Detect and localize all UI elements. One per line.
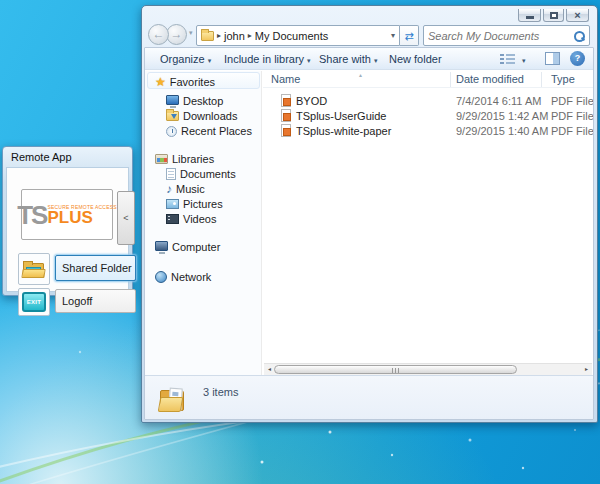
include-in-library-label: Include in library (224, 53, 304, 65)
folder-front (21, 269, 45, 278)
shared-folder-icon-button[interactable] (18, 253, 50, 285)
column-header-row: ▲ Name Date modified Type (263, 71, 593, 88)
new-folder-button[interactable]: New folder (389, 48, 442, 70)
shared-folder-button[interactable]: Shared Folder (55, 255, 136, 281)
search-icon[interactable] (573, 30, 585, 42)
sidebar-item-downloads[interactable]: Downloads (145, 108, 262, 124)
file-name: TSplus-white-paper (296, 125, 391, 137)
explorer-main: ★ Favorites Desktop Downloads Recent Pla… (145, 71, 593, 375)
exit-icon: EXIT (22, 292, 46, 312)
horizontal-scrollbar[interactable]: ◂ ▸ (264, 363, 592, 375)
address-dropdown-icon[interactable]: ▾ (391, 31, 395, 40)
file-date-modified: 7/4/2014 6:11 AM (456, 95, 541, 107)
column-separator[interactable] (541, 72, 542, 87)
window-controls: × (518, 9, 589, 22)
include-in-library-menu[interactable]: Include in library▾ (224, 48, 311, 70)
tsplus-logo-plus: PLUS (47, 210, 116, 225)
navigation-pane: ★ Favorites Desktop Downloads Recent Pla… (145, 71, 262, 375)
logoff-button[interactable]: Logoff (55, 289, 136, 313)
sidebar-item-label: Computer (172, 241, 220, 253)
new-folder-label: New folder (389, 53, 442, 65)
sidebar-item-network[interactable]: Network (145, 269, 262, 285)
folder-preview-icon (159, 382, 191, 414)
videos-icon (166, 214, 179, 224)
refresh-button[interactable]: ⇄ (400, 25, 419, 46)
chevron-down-icon: ▾ (522, 57, 526, 64)
search-box (423, 25, 590, 46)
file-row[interactable]: TSplus-white-paper 9/29/2015 1:40 AM PDF… (263, 123, 589, 138)
forward-button[interactable]: → (166, 24, 187, 45)
minimize-button[interactable] (518, 9, 541, 22)
maximize-button[interactable] (543, 9, 564, 22)
sidebar-item-music[interactable]: ♪ Music (145, 181, 262, 197)
back-icon: ← (153, 27, 165, 41)
explorer-client-area: Organize▾ Include in library▾ Share with… (144, 47, 594, 420)
chevron-down-icon: ▾ (307, 57, 311, 64)
sidebar-item-pictures[interactable]: Pictures (145, 196, 262, 212)
breadcrumb-separator-icon[interactable]: ▸ (248, 31, 252, 40)
back-button[interactable]: ← (148, 24, 169, 45)
close-button[interactable]: × (566, 9, 589, 22)
pdf-file-icon (281, 94, 291, 107)
sidebar-item-label: Network (171, 271, 211, 283)
share-with-menu[interactable]: Share with▾ (319, 48, 378, 70)
desktop-icon (166, 95, 179, 105)
remote-app-titlebar[interactable] (3, 147, 132, 166)
star-icon: ★ (155, 76, 166, 88)
help-button[interactable]: ? (570, 51, 585, 66)
sidebar-item-desktop[interactable]: Desktop (145, 93, 262, 109)
collapse-panel-button[interactable]: < (117, 191, 135, 245)
sidebar-item-label: Libraries (172, 153, 214, 165)
computer-icon (155, 241, 168, 251)
tsplus-logo-ts: TS (17, 203, 46, 227)
sidebar-item-label: Music (176, 183, 205, 195)
column-header-date-modified[interactable]: Date modified (456, 71, 524, 88)
refresh-icon: ⇄ (404, 30, 413, 42)
file-name: BYOD (296, 95, 327, 107)
search-input[interactable] (428, 30, 573, 42)
column-header-type[interactable]: Type (551, 71, 575, 88)
column-header-name[interactable]: Name (271, 71, 300, 88)
sidebar-item-libraries[interactable]: Libraries (145, 151, 262, 167)
column-separator[interactable] (450, 72, 451, 87)
sort-ascending-icon: ▲ (358, 72, 363, 78)
recent-pages-dropdown[interactable]: ▾ (189, 29, 193, 37)
breadcrumb-separator-icon[interactable]: ▸ (217, 31, 221, 40)
file-row[interactable]: BYOD 7/4/2014 6:11 AM PDF File (263, 93, 589, 108)
chevron-down-icon: ▾ (208, 57, 212, 64)
breadcrumb-john[interactable]: john (224, 30, 245, 42)
documents-icon (166, 168, 176, 180)
sidebar-item-videos[interactable]: Videos (145, 211, 262, 227)
file-type: PDF File (551, 125, 594, 137)
file-type: PDF File (551, 95, 594, 107)
maximize-icon (550, 12, 558, 19)
explorer-window: × ← → ▾ ▸ john ▸ My Documents ▾ ⇄ Organi… (141, 5, 598, 423)
status-bar: 3 items (145, 375, 593, 419)
preview-pane-button[interactable] (545, 52, 560, 65)
change-view-button[interactable] (500, 53, 515, 65)
libraries-icon (155, 154, 168, 164)
file-row[interactable]: TSplus-UserGuide 9/29/2015 1:42 AM PDF F… (263, 108, 589, 123)
chevron-down-icon: ▾ (189, 29, 193, 36)
address-folder-icon (201, 31, 214, 41)
file-list-pane: ▲ Name Date modified Type BYOD 7/4/2014 … (263, 71, 593, 375)
folder-front (158, 397, 184, 412)
scroll-right-icon[interactable]: ▸ (581, 364, 592, 375)
sidebar-item-favorites[interactable]: ★ Favorites (145, 74, 262, 90)
sidebar-item-label: Documents (180, 168, 236, 180)
sidebar-item-recent-places[interactable]: Recent Places (145, 123, 262, 139)
scrollbar-thumb[interactable] (274, 365, 517, 374)
breadcrumb-my-documents[interactable]: My Documents (255, 30, 328, 42)
change-view-dropdown[interactable]: ▾ (519, 48, 526, 70)
remote-app-body: TS SECURE REMOTE ACCESS PLUS < Shared Fo… (6, 167, 129, 292)
network-icon (155, 271, 167, 283)
sidebar-item-computer[interactable]: Computer (145, 239, 262, 255)
shared-folder-label: Shared Folder (62, 262, 132, 274)
organize-menu[interactable]: Organize▾ (160, 48, 211, 70)
recent-places-icon (166, 126, 177, 137)
logoff-icon-button[interactable]: EXIT (18, 288, 50, 316)
sidebar-item-documents[interactable]: Documents (145, 166, 262, 182)
pdf-file-icon (281, 109, 291, 122)
address-bar[interactable]: ▸ john ▸ My Documents ▾ (196, 25, 400, 46)
sidebar-item-label: Videos (183, 213, 216, 225)
